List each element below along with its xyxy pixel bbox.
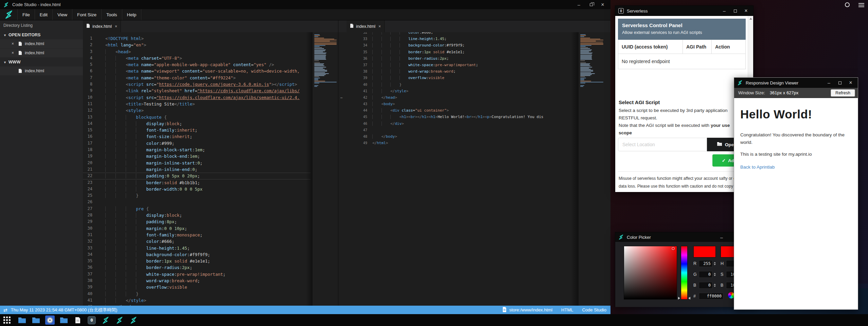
code-line[interactable]: 20 margin-inline-start:0; (83, 160, 311, 166)
code-line[interactable]: 43 <body> (338, 101, 571, 107)
menu-item-help[interactable]: Help (122, 9, 142, 20)
code-line[interactable]: 25 } (83, 192, 311, 199)
code-line[interactable]: 2<html lang="en"> (83, 42, 311, 48)
code-line[interactable]: 10 <script src="https://cdnjs.cloudflare… (83, 94, 311, 101)
select-location-input[interactable] (618, 138, 707, 151)
sync-icon[interactable]: ⇄ (3, 307, 7, 313)
code-line[interactable]: 40 } (83, 291, 311, 297)
code-line[interactable]: 48 </body> (338, 133, 571, 140)
code-line[interactable]: 38 word-wrap:break-word; (338, 68, 571, 75)
code-line[interactable]: 12 <style> (83, 107, 311, 114)
fold-marker-icon[interactable]: – (340, 94, 342, 101)
code-line[interactable]: 35 border:1px solid #e1e1e1; (83, 258, 311, 264)
code-line[interactable]: 46 </div> (338, 120, 571, 127)
code-line[interactable]: 17 color:#999; (83, 140, 311, 147)
code-line[interactable]: 3 <head> (83, 49, 311, 55)
tab-close-icon[interactable]: × (378, 24, 381, 29)
code-line[interactable]: 8 <script src="https://code.jquery.com/j… (83, 81, 311, 88)
code-line[interactable]: 23 border:solid #b1b1b1; (83, 179, 311, 186)
code-line[interactable]: 13 blockquote { (83, 114, 311, 120)
code-line[interactable]: 9 <link rel="stylesheet" href="https://c… (83, 88, 311, 94)
b-value-input[interactable]: 0 (699, 282, 712, 289)
code-line[interactable]: 30 margin:0 0 10px; (83, 225, 311, 232)
taskbar-folder-icon[interactable] (58, 315, 69, 325)
close-button[interactable]: × (597, 0, 608, 9)
code-line[interactable]: 38 word-wrap:break-word; (83, 277, 311, 284)
minimize-button[interactable]: – (823, 78, 835, 88)
back-to-aprintlab-link[interactable]: Back to Aprintlab (740, 165, 775, 170)
code-line[interactable]: 44 <div class="ui container"> (338, 107, 571, 114)
refresh-button[interactable]: Refresh (831, 89, 855, 97)
code-line[interactable]: 40 } (338, 81, 571, 88)
hue-marker-left-icon[interactable] (678, 297, 680, 300)
code-line[interactable]: 18 margin-block-start:1em; (83, 147, 311, 153)
close-icon[interactable]: × (12, 51, 16, 55)
code-line[interactable]: 33 line-height:1.45; (83, 245, 311, 251)
code-line[interactable]: 41 </style> (338, 88, 571, 94)
code-line[interactable]: 45 <h1><br></h1><h1>Hello World!<br></h1… (338, 114, 571, 120)
code-line[interactable]: 19 margin-block-end:1em; (83, 153, 311, 159)
code-line[interactable]: 33 line-height:1.45; (338, 36, 571, 42)
stepper-icon[interactable] (714, 273, 716, 276)
close-button[interactable]: × (740, 6, 752, 16)
maximize-button[interactable] (834, 78, 846, 88)
hue-slider[interactable] (681, 246, 688, 300)
editor-pane-2[interactable]: 32 color:#666;33 line-height:1.45;34 bac… (338, 32, 571, 306)
code-line[interactable]: 42 </head>– (338, 94, 571, 101)
code-line[interactable]: 28 display:block; (83, 212, 311, 218)
r-value-input[interactable]: 255 (699, 260, 712, 267)
hamburger-menu-icon[interactable] (858, 3, 864, 7)
code-line[interactable]: 27 pre { (83, 206, 311, 212)
minimize-button[interactable]: – (716, 232, 727, 243)
close-button[interactable]: × (845, 78, 856, 88)
menu-item-view[interactable]: View (53, 9, 72, 20)
stepper-icon[interactable] (714, 262, 716, 265)
code-line[interactable]: 16 font-size:inherit; (83, 133, 311, 140)
menu-item-font-size[interactable]: Font Size (72, 9, 102, 20)
code-line[interactable]: 11 <title>Testing Site</title> (83, 101, 311, 107)
code-line[interactable]: 14 display:block; (83, 120, 311, 127)
taskbar-folder-icon[interactable] (17, 315, 28, 325)
code-line[interactable]: 6 <meta name="viewport" content="user-sc… (83, 68, 311, 74)
tab-indexhtml-1[interactable]: index.html × (83, 20, 121, 32)
title-bar[interactable]: Code Studio - index.html – × (0, 0, 610, 9)
close-icon[interactable]: × (12, 41, 16, 46)
taskbar-code-studio-icon[interactable] (100, 315, 111, 325)
code-line[interactable]: 37 white-space:pre-wrap!important; (338, 62, 571, 68)
code-line[interactable]: 29 padding:8px; (83, 218, 311, 225)
code-line[interactable]: 4 <meta charset="UTF-8"> (83, 55, 311, 61)
saturation-value-area[interactable] (624, 246, 677, 300)
minimap-1[interactable] (313, 32, 338, 306)
taskbar-media-disc-icon[interactable] (45, 315, 55, 325)
code-line[interactable]: 22 padding:0 5px 0 20px; (83, 173, 311, 179)
code-line[interactable]: 24 border-width:0 0 0 5px (83, 186, 311, 192)
minimize-button[interactable]: – (719, 6, 730, 16)
sidebar-section-open-editors[interactable]: ▾OPEN EDITORS (0, 31, 83, 39)
taskbar-serverless-app-icon[interactable]: 0 (86, 315, 97, 325)
sidebar-file-item[interactable]: ×index.html (0, 39, 83, 48)
code-line[interactable]: 21 margin-inline-end:0; (83, 166, 311, 173)
code-line[interactable]: 26 (83, 199, 311, 205)
code-line[interactable]: 1<!DOCTYPE html> (83, 35, 311, 42)
maximize-button[interactable] (729, 6, 741, 16)
sidebar-file-item[interactable]: ×index.html (0, 49, 83, 57)
code-line[interactable]: 36 border-radius:2px; (83, 264, 311, 271)
tab-indexhtml-2[interactable]: index.html × (347, 20, 385, 32)
taskbar-code-studio-icon[interactable] (114, 315, 125, 325)
code-line[interactable]: 39 overflow:visible (83, 284, 311, 290)
menu-logo-icon[interactable] (0, 9, 18, 20)
code-line[interactable]: 15 font-family:inherit; (83, 127, 311, 133)
code-line[interactable]: 5 <meta name="apple-mobile-web-app-capab… (83, 61, 311, 68)
restore-button[interactable] (585, 0, 597, 9)
editor-pane-1[interactable]: 1<!DOCTYPE html>2<html lang="en">3 <head… (83, 32, 311, 306)
menu-item-edit[interactable]: Edit (35, 9, 53, 20)
g-value-input[interactable]: 0 (699, 271, 712, 278)
code-line[interactable]: 7 <meta name="theme-color" content="#ff9… (83, 75, 311, 81)
code-line[interactable]: 37 white-space:pre-wrap!important; (83, 271, 311, 277)
code-line[interactable]: 34 background-color:#f9f9f9; (83, 251, 311, 258)
status-language[interactable]: HTML (561, 307, 573, 312)
taskbar-folder-icon[interactable] (31, 315, 41, 325)
minimap-2[interactable] (579, 32, 606, 306)
code-line[interactable]: 32 color:#666; (338, 32, 571, 36)
sidebar-file-item[interactable]: ×index.html (0, 66, 83, 75)
